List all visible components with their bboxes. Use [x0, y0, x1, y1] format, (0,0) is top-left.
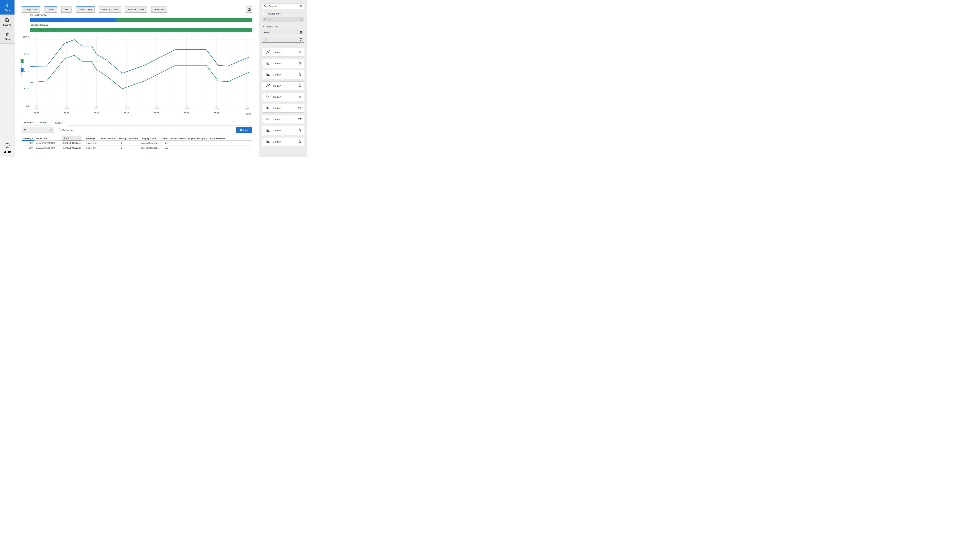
- from-date-input[interactable]: From: [262, 30, 304, 35]
- trend-bar-segment: [30, 18, 116, 22]
- column-header-severity[interactable]: Severity▾: [22, 137, 35, 140]
- column-header-source[interactable]: Source: [60, 136, 84, 141]
- radio-dot: [263, 26, 264, 27]
- save-as-button[interactable]: Save As: [0, 14, 14, 29]
- x-tick-label-primary: 08:20: [154, 107, 159, 110]
- card-item[interactable]: Card nr*: [262, 48, 304, 57]
- search-icon: [264, 4, 267, 8]
- column-header-condition[interactable]: Condition: [126, 137, 138, 140]
- cell-category-name: Process Condition...: [138, 147, 160, 149]
- toolbar-button-merge-y-axis[interactable]: Merge Y Axis: [22, 6, 40, 13]
- bar-chart-icon: [266, 139, 270, 143]
- calendar-icon: [299, 30, 302, 34]
- back-button[interactable]: Back: [0, 0, 14, 14]
- relative-time-radio[interactable]: [262, 12, 265, 15]
- till-date-input[interactable]: Till: [262, 37, 304, 43]
- card-item[interactable]: Card nr*: [262, 92, 304, 101]
- toolbar: Merge Y AxisCursorPanCenter LiningMajor …: [22, 6, 167, 13]
- sort-caret-icon: ▾: [32, 138, 33, 140]
- trend-chart[interactable]: 1200.0900.0600.0300.00.008:0008:0508:100…: [14, 33, 259, 117]
- y-tick-label: 0.0: [26, 105, 29, 107]
- legend-swatch-blue: [21, 68, 24, 72]
- toolbar-button-cursor[interactable]: Cursor: [45, 6, 57, 13]
- search-input[interactable]: Card nr*: [269, 5, 298, 8]
- trend-overview-bar[interactable]: [30, 28, 252, 32]
- x-tick-label-primary: 08:10: [94, 107, 99, 110]
- card-star-icon[interactable]: [298, 61, 302, 65]
- x-tick-label-secondary: 08:38: [246, 113, 250, 115]
- star-outline-icon: [298, 84, 302, 87]
- toolbar-button-event-plot[interactable]: Event Plot: [151, 6, 167, 13]
- trend-overview-bar[interactable]: [30, 18, 252, 22]
- column-header-sub-condition[interactable]: Sub Condition: [99, 137, 117, 140]
- card-label: Card nr*: [273, 129, 298, 132]
- card-star-icon[interactable]: [298, 84, 302, 88]
- event-filter-select[interactable]: All: [22, 127, 54, 133]
- x-tick-label-secondary: 08:28: [184, 112, 189, 114]
- event-filter-value: All: [24, 129, 49, 131]
- card-item[interactable]: Card nr*: [262, 137, 304, 146]
- cell-severity: 600: [22, 147, 35, 149]
- toolbar-button-major-grid-lines[interactable]: Major Grid Lines: [99, 6, 121, 13]
- source-filter-select[interactable]: Source: [62, 136, 81, 141]
- toolbar-button-minor-grid-lines[interactable]: Minor Grid Lines: [125, 6, 147, 13]
- toolbar-button-pan[interactable]: Pan: [61, 6, 72, 13]
- bar-chart-icon: [266, 72, 270, 76]
- favorite-star-icon[interactable]: [299, 4, 302, 8]
- card-search-box[interactable]: Card nr*: [262, 3, 304, 9]
- table-row[interactable]: 6008/29/2018 12:23:58F3IU302FIQ002ActObj…: [22, 145, 252, 150]
- static-time-radio[interactable]: [262, 25, 265, 28]
- trend-display-app: Back Save As Clear i ABB Merge Y AxisCur…: [0, 0, 307, 157]
- card-star-icon[interactable]: [298, 117, 302, 121]
- x-tick-label-primary: 08:30: [214, 107, 219, 110]
- card-item[interactable]: Card nr*: [262, 126, 304, 135]
- column-header-category-name[interactable]: Category Name: [138, 137, 160, 140]
- info-button[interactable]: i: [4, 143, 10, 148]
- card-item[interactable]: Card nr*: [262, 81, 304, 90]
- x-tick-label-secondary: 08:13: [94, 112, 99, 114]
- star-filled-icon: [299, 4, 302, 8]
- card-star-icon[interactable]: [298, 95, 302, 99]
- x-tick-label-primary: 08:25: [184, 107, 189, 110]
- tab-events[interactable]: Events: [51, 120, 67, 126]
- column-header-class[interactable]: Class: [160, 137, 169, 140]
- card-label: Card nr*: [273, 51, 298, 54]
- tab-settings[interactable]: Settings: [22, 120, 35, 125]
- card-item[interactable]: Card nr*: [262, 70, 304, 79]
- trend-bar-segment: [30, 28, 252, 32]
- column-header-process-section[interactable]: Process Section: [169, 137, 186, 140]
- column-header-priority[interactable]: Priority: [117, 137, 126, 140]
- table-row[interactable]: 6008/29/2018 12:23:58F3IU302FIQ002ActObj…: [22, 140, 252, 145]
- series-line-1: [30, 55, 249, 89]
- relative-time-mode-value: Normal: [264, 18, 300, 21]
- clear-button[interactable]: Clear: [0, 29, 14, 43]
- refresh-button[interactable]: Refresh: [236, 127, 252, 133]
- x-tick-label-secondary: 08:33: [214, 112, 219, 114]
- column-header-object-description[interactable]: Object Description: [186, 137, 208, 140]
- card-item[interactable]: Card nr*: [262, 115, 304, 124]
- snapshot-button[interactable]: [246, 6, 252, 13]
- card-list: Card nr*Card nr*Card nr*Card nr*Card nr*…: [262, 48, 304, 148]
- star-outline-icon: [298, 140, 302, 143]
- column-header-local-time[interactable]: Local Time: [35, 137, 60, 140]
- camera-icon: [247, 8, 251, 11]
- x-tick-label-secondary: 08:18: [124, 112, 129, 114]
- legend-unit-label: m3/h: [21, 63, 22, 67]
- card-star-icon[interactable]: [298, 50, 302, 54]
- card-item[interactable]: Card nr*: [262, 59, 304, 68]
- pin-this-tag-radio[interactable]: [58, 128, 61, 131]
- card-item[interactable]: Card nr*: [262, 104, 304, 113]
- column-header-external-name[interactable]: External Name: [208, 137, 252, 140]
- right-sidebar: Card nr* Relative Time Normal Static Tim…: [259, 0, 307, 157]
- card-star-icon[interactable]: [298, 73, 302, 77]
- column-header-message[interactable]: Message: [84, 137, 99, 140]
- y-tick-label: 1200.0: [23, 36, 29, 38]
- card-star-icon[interactable]: [298, 106, 302, 110]
- card-star-icon[interactable]: [298, 140, 302, 144]
- card-star-icon[interactable]: [298, 128, 302, 132]
- save-as-label: Save As: [3, 24, 11, 26]
- tab-values[interactable]: Values: [37, 120, 50, 125]
- relative-time-mode-select[interactable]: Normal: [262, 17, 304, 22]
- toolbar-button-center-lining[interactable]: Center Lining: [76, 6, 95, 13]
- chevron-down-icon: [78, 137, 80, 139]
